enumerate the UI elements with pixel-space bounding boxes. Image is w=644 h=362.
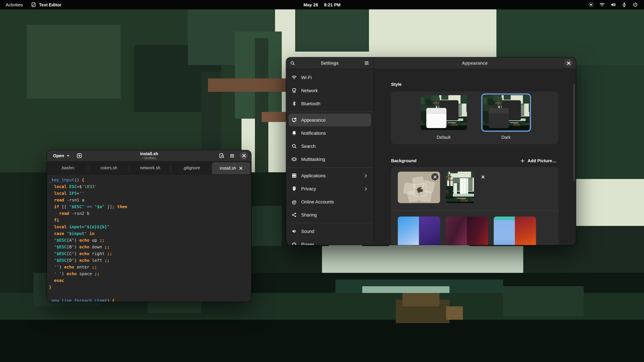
sidebar-separator: [286, 167, 373, 168]
sidebar-item-sound[interactable]: Sound: [288, 225, 371, 238]
document-name: install.sh: [140, 151, 158, 156]
at-sign-icon: @: [292, 199, 297, 205]
tab-label: colors.sh: [100, 166, 117, 170]
panel-scrollbar[interactable]: [574, 84, 574, 181]
selected-style-frame: [481, 93, 531, 132]
text-editor-window: Open install.sh ~/dotfiles: [47, 150, 251, 302]
sidebar-item-label: Power: [301, 242, 314, 245]
add-picture-button[interactable]: Add Picture…: [518, 157, 558, 165]
wifi-icon: [292, 75, 297, 80]
clock-time: 8:21 PM: [324, 2, 340, 7]
tab-label: .gitignore: [183, 166, 200, 170]
settings-window: Settings Wi-Fi Network Bluetooth: [286, 57, 576, 245]
background-thumb-forest[interactable]: [446, 172, 488, 203]
sidebar-item-search[interactable]: Search: [288, 140, 371, 152]
background-card: [391, 167, 558, 245]
sidebar-item-sharing[interactable]: Sharing: [288, 209, 371, 221]
search-icon[interactable]: [290, 60, 295, 65]
style-option-default[interactable]: Default: [419, 93, 468, 144]
volume-icon: [610, 2, 616, 7]
background-thumb-custom[interactable]: [398, 172, 440, 203]
remove-background-button[interactable]: [479, 173, 486, 180]
bell-icon: [292, 130, 297, 136]
wallpaper-option-maroon[interactable]: [446, 217, 488, 245]
applications-grid-icon: [292, 173, 297, 178]
code-line: local input="${a}${b}": [49, 224, 250, 230]
focused-app-label: Text Editor: [39, 2, 62, 7]
sidebar-item-power[interactable]: Power: [288, 238, 371, 245]
sidebar-item-multitasking[interactable]: Multitasking: [288, 153, 371, 166]
tab-network-sh[interactable]: network.sh: [130, 162, 171, 174]
sidebar-item-privacy[interactable]: Privacy: [288, 182, 371, 195]
close-icon: [481, 175, 484, 178]
code-line: _key_input() {: [49, 177, 250, 183]
sidebar-item-wifi[interactable]: Wi-Fi: [288, 71, 371, 84]
appearance-icon: [292, 117, 297, 123]
sidebar-item-label: Bluetooth: [301, 101, 320, 106]
code-line: read -rsn1 a: [49, 197, 250, 203]
wallpaper-option-blue-purple[interactable]: [398, 217, 440, 245]
style-option-dark[interactable]: Dark: [481, 93, 531, 144]
sidebar-item-applications[interactable]: Applications: [288, 169, 371, 182]
style-heading: Style: [391, 82, 558, 87]
search-icon: [292, 143, 297, 149]
preview-front-window-dark: [489, 108, 509, 128]
code-line: "$ESC[B") echo down ;;: [49, 244, 250, 250]
sidebar-item-appearance[interactable]: Appearance: [288, 114, 371, 126]
style-preview-dark: [483, 95, 529, 130]
document-search-icon[interactable]: [219, 153, 224, 159]
speaker-icon: [292, 229, 297, 234]
sidebar-item-network[interactable]: Network: [288, 84, 371, 97]
tab-colors-sh[interactable]: colors.sh: [88, 162, 130, 174]
tab-label: network.sh: [140, 166, 160, 170]
clock-date: May 28: [304, 2, 318, 7]
sidebar-item-notifications[interactable]: Notifications: [288, 127, 371, 139]
sidebar-separator: [286, 223, 373, 223]
close-icon: [433, 175, 436, 178]
hand-privacy-icon: [292, 186, 297, 191]
brightness-icon: [588, 2, 594, 7]
wallpaper-option-blue-orange[interactable]: [494, 217, 536, 245]
new-tab-icon: [76, 153, 82, 159]
clock[interactable]: May 28 8:21 PM: [0, 0, 644, 9]
sidebar-item-label: Multitasking: [301, 157, 325, 162]
sidebar-item-bluetooth[interactable]: Bluetooth: [288, 97, 371, 110]
code-line: local IFS='': [49, 190, 250, 197]
remove-background-button[interactable]: [431, 173, 438, 180]
sidebar-item-label: Online Accounts: [301, 199, 334, 204]
preview-front-window-light: [426, 108, 446, 128]
close-icon: [567, 61, 570, 65]
style-preview-default: [420, 95, 467, 130]
style-card: Default Dark: [391, 91, 558, 144]
main-menu-icon[interactable]: [230, 153, 235, 158]
code-line: [49, 291, 250, 297]
share-icon: [292, 212, 297, 218]
code-area[interactable]: _key_input() { local ESC=$'\033' local I…: [47, 175, 251, 302]
system-status-area[interactable]: [588, 2, 644, 7]
wifi-icon: [600, 2, 605, 7]
top-bar: Activities Text Editor May 28 8:21 PM: [0, 0, 644, 9]
code-line: }: [49, 284, 250, 291]
card-divider: [391, 211, 558, 211]
tab-label: .bashrc: [61, 166, 74, 170]
focused-app-menu[interactable]: Text Editor: [31, 0, 62, 9]
chevron-right-icon: [364, 173, 368, 178]
settings-sidebar: Settings Wi-Fi Network Bluetooth: [286, 57, 374, 245]
power-icon: [632, 2, 638, 7]
sidebar-item-online-accounts[interactable]: @ Online Accounts: [288, 195, 371, 208]
window-close-button[interactable]: [564, 59, 572, 67]
open-document-button[interactable]: Open: [50, 152, 72, 159]
sidebar-item-label: Network: [301, 88, 318, 93]
sidebar-separator: [286, 112, 373, 112]
new-tab-button[interactable]: [76, 153, 82, 159]
tab-gitignore[interactable]: .gitignore: [171, 162, 212, 174]
activities-button[interactable]: Activities: [6, 0, 23, 9]
tab-bashrc[interactable]: .bashrc: [47, 162, 88, 174]
sidebar-menu-icon[interactable]: [364, 60, 369, 66]
appearance-panel: Appearance Style: [374, 57, 576, 245]
panel-title: Appearance: [374, 60, 576, 65]
tab-close-icon[interactable]: [239, 167, 242, 170]
chevron-down-icon: [66, 154, 70, 157]
tab-install-sh-active[interactable]: install.sh: [212, 162, 250, 174]
window-close-button[interactable]: [240, 152, 248, 160]
